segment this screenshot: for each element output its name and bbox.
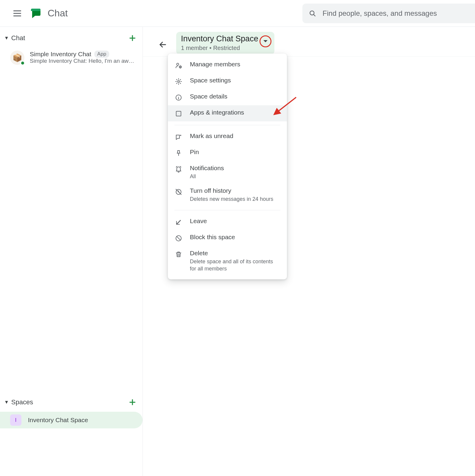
menu-block-space[interactable]: Block this space xyxy=(168,230,287,246)
pin-icon xyxy=(174,149,183,157)
svg-line-26 xyxy=(177,236,181,240)
menu-item-label: Space settings xyxy=(190,77,280,84)
svg-point-20 xyxy=(179,114,179,115)
menu-divider xyxy=(174,125,280,125)
sidebar: ▼ Chat 📦 Simple Inventory Chat App Simpl… xyxy=(0,27,143,476)
info-icon xyxy=(174,93,183,102)
new-chat-button[interactable] xyxy=(126,32,138,44)
menu-item-label: Leave xyxy=(190,217,280,225)
gear-icon xyxy=(174,77,183,86)
spaces-section-header[interactable]: ▼ Spaces xyxy=(0,391,143,412)
package-icon: 📦 xyxy=(12,53,22,62)
search-icon xyxy=(309,10,316,17)
svg-rect-2 xyxy=(13,15,21,16)
space-item-inventory[interactable]: I Inventory Chat Space xyxy=(0,412,143,428)
svg-rect-1 xyxy=(13,13,21,14)
block-icon xyxy=(174,234,183,242)
apps-icon xyxy=(174,109,183,118)
members-icon xyxy=(174,61,183,70)
svg-rect-6 xyxy=(129,37,135,38)
hamburger-button[interactable] xyxy=(10,6,24,21)
menu-item-label: Notifications xyxy=(190,165,280,172)
history-off-icon xyxy=(174,188,183,196)
menu-apps-integrations[interactable]: Apps & integrations xyxy=(168,105,287,121)
chat-section-title: Chat xyxy=(11,34,25,42)
svg-point-10 xyxy=(177,63,179,65)
svg-point-18 xyxy=(179,112,179,113)
menu-item-sub: All xyxy=(190,173,280,180)
space-header: Inventory Chat Space 1 member • Restrict… xyxy=(143,27,475,57)
menu-notifications[interactable]: Notifications All xyxy=(168,161,287,184)
space-subtitle: 1 member • Restricted xyxy=(181,45,258,51)
svg-point-15 xyxy=(178,96,179,96)
menu-space-settings[interactable]: Space settings xyxy=(168,73,287,89)
bell-icon xyxy=(174,165,183,173)
collapse-icon: ▼ xyxy=(4,400,9,405)
svg-point-12 xyxy=(178,81,179,82)
menu-item-label: Pin xyxy=(190,148,280,156)
chat-item-name: Simple Inventory Chat xyxy=(30,51,91,58)
menu-delete[interactable]: Delete Delete space and all of its conte… xyxy=(168,246,287,276)
hamburger-icon xyxy=(13,10,21,16)
new-space-button[interactable] xyxy=(126,396,138,408)
app-logo: Chat xyxy=(30,7,68,19)
menu-manage-members[interactable]: Manage members xyxy=(168,57,287,73)
space-title: Inventory Chat Space xyxy=(181,34,258,43)
svg-line-4 xyxy=(313,14,315,16)
unread-icon xyxy=(174,133,183,141)
annotation-circle xyxy=(260,35,271,47)
menu-item-label: Mark as unread xyxy=(190,132,280,140)
arrow-left-icon xyxy=(159,40,167,49)
collapse-icon: ▼ xyxy=(4,35,9,41)
menu-item-label: Apps & integrations xyxy=(190,109,280,116)
plus-icon xyxy=(129,34,136,42)
menu-item-label: Space details xyxy=(190,93,280,100)
search-input[interactable] xyxy=(323,9,471,18)
arrow-down-left-icon xyxy=(176,219,182,225)
menu-item-label: Delete xyxy=(190,250,280,257)
chat-section-header[interactable]: ▼ Chat xyxy=(0,27,143,48)
content-pane: Inventory Chat Space 1 member • Restrict… xyxy=(143,27,475,476)
menu-space-details[interactable]: Space details xyxy=(168,89,287,105)
menu-leave[interactable]: Leave xyxy=(168,214,287,230)
svg-rect-0 xyxy=(13,10,21,11)
caret-down-icon xyxy=(263,40,268,43)
topbar: Chat xyxy=(0,0,475,27)
menu-turn-off-history[interactable]: Turn off history Deletes new messages in… xyxy=(168,184,287,206)
menu-pin[interactable]: Pin xyxy=(168,145,287,161)
search-box[interactable] xyxy=(302,4,475,23)
svg-point-19 xyxy=(177,114,178,115)
menu-item-label: Block this space xyxy=(190,234,280,241)
space-item-name: Inventory Chat Space xyxy=(28,416,88,424)
leave-icon xyxy=(174,218,183,226)
svg-point-17 xyxy=(177,112,178,113)
chat-item-simple-inventory[interactable]: 📦 Simple Inventory Chat App Simple Inven… xyxy=(0,48,143,68)
svg-point-22 xyxy=(180,135,181,136)
menu-divider xyxy=(174,210,280,210)
space-title-dropdown[interactable]: Inventory Chat Space 1 member • Restrict… xyxy=(176,32,274,54)
menu-item-label: Turn off history xyxy=(190,187,280,194)
space-menu: Manage members Space settings Space deta… xyxy=(168,54,287,279)
chat-logo-icon xyxy=(30,7,42,19)
trash-icon xyxy=(174,250,183,259)
menu-item-label: Manage members xyxy=(190,61,280,68)
spaces-section-title: Spaces xyxy=(11,398,33,406)
app-badge: App xyxy=(94,51,109,58)
menu-item-sub: Delete space and all of its contents for… xyxy=(190,258,280,273)
app-name: Chat xyxy=(48,8,68,19)
menu-item-sub: Deletes new messages in 24 hours xyxy=(190,195,280,203)
space-avatar: I xyxy=(10,414,21,426)
chat-avatar: 📦 xyxy=(10,51,24,65)
presence-dot xyxy=(20,61,25,65)
svg-rect-8 xyxy=(129,402,135,403)
back-button[interactable] xyxy=(157,38,169,51)
plus-icon xyxy=(129,398,136,406)
menu-mark-unread[interactable]: Mark as unread xyxy=(168,129,287,145)
chat-item-preview: Simple Inventory Chat: Hello, I'm an awe… xyxy=(30,58,137,64)
svg-point-21 xyxy=(178,113,179,114)
